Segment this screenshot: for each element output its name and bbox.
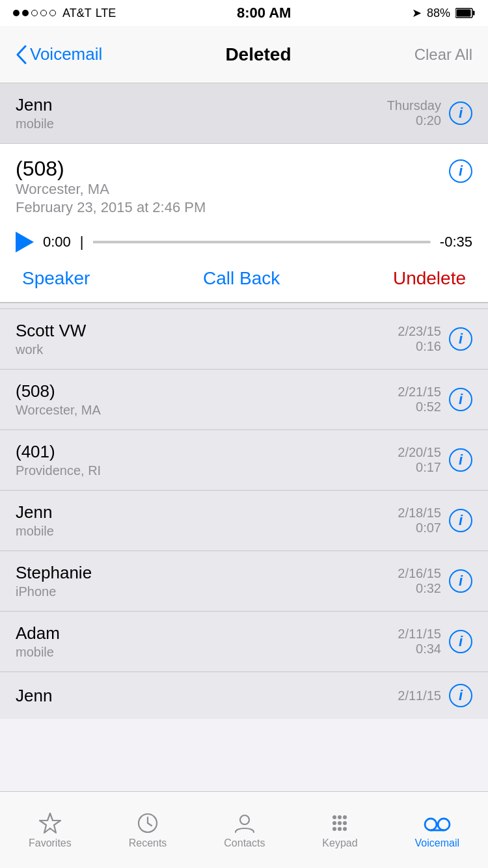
svg-rect-1 [473,11,475,16]
list-item-sub: mobile [16,524,398,539]
svg-point-13 [343,821,347,825]
signal-dot-4 [40,10,47,16]
back-button[interactable]: Voicemail [16,44,102,64]
svg-point-12 [338,821,342,825]
page-title: Deleted [225,44,291,65]
back-label: Voicemail [30,44,102,64]
voicemail-icon [423,811,452,835]
list-item-date-col: 2/23/15 0:16 [398,324,441,354]
list-item-date: 2/11/15 [398,627,441,642]
list-item-date-col: 2/16/15 0:32 [398,566,441,596]
play-button[interactable] [16,232,34,252]
list-item[interactable]: Jenn 2/11/15 i [0,672,488,719]
tab-voicemail[interactable]: Voicemail [415,811,459,849]
list-item-date: 2/20/15 [398,445,441,460]
list-item[interactable]: Scott VW work 2/23/15 0:16 i [0,309,488,370]
jenn-voicemail-item[interactable]: Jenn mobile Thursday 0:20 i [0,83,488,144]
list-item-info-button[interactable]: i [449,684,472,707]
list-item-right: 2/23/15 0:16 i [398,324,472,354]
audio-progress-bar[interactable] [93,241,431,243]
list-item-info-button[interactable]: i [449,388,472,411]
list-item-sub: mobile [16,645,398,660]
tab-contacts[interactable]: Contacts [224,811,265,849]
expanded-caller-name: (508) [16,157,206,181]
list-item-duration: 0:32 [398,581,441,596]
list-item-duration: 0:16 [398,339,441,354]
audio-progress-fill [93,241,94,243]
expanded-info-button[interactable]: i [449,159,472,183]
list-item-date-col: 2/11/15 [398,688,441,703]
list-item[interactable]: (508) Worcester, MA 2/21/15 0:52 i [0,370,488,430]
status-left: AT&T LTE [13,7,116,20]
svg-point-18 [438,819,450,830]
signal-dot-1 [13,10,20,16]
list-item-left: Scott VW work [16,321,398,357]
signal-dot-2 [22,10,29,16]
list-item-left: Jenn mobile [16,502,398,539]
tab-favorites[interactable]: Favorites [29,811,72,849]
battery-icon [455,8,475,18]
list-item-duration: 0:34 [398,642,441,657]
list-item-duration: 0:07 [398,521,441,536]
svg-point-10 [343,815,347,819]
chevron-left-icon [16,45,27,64]
list-item-left: (508) Worcester, MA [16,381,398,418]
expanded-timestamp: February 23, 2015 at 2:46 PM [16,199,206,216]
list-item-info-button[interactable]: i [449,630,472,653]
list-item-info-button[interactable]: i [449,569,472,593]
jenn-date-col: Thursday 0:20 [387,98,441,128]
list-item-date-col: 2/11/15 0:34 [398,627,441,657]
location-icon: ➤ [412,6,422,20]
section-divider [0,303,488,309]
list-item-right: 2/16/15 0:32 i [398,566,472,596]
network-label: LTE [96,7,116,20]
list-item-info-button[interactable]: i [449,509,472,532]
list-item-name: Adam [16,623,398,644]
jenn-name: Jenn [16,95,387,115]
list-item-info-button[interactable]: i [449,327,472,351]
list-item-left: Jenn [16,686,398,706]
status-bar: AT&T LTE 8:00 AM ➤ 88% [0,0,488,26]
list-item[interactable]: Jenn mobile 2/18/15 0:07 i [0,491,488,551]
signal-dots [13,10,56,16]
tab-keypad[interactable]: Keypad [322,811,357,849]
svg-point-8 [332,815,336,819]
tab-recents-label: Recents [129,837,167,849]
tab-bar: Favorites Recents Contacts Keypad [0,791,488,868]
list-item-sub: Worcester, MA [16,403,398,418]
carrier-label: AT&T [62,7,92,20]
status-time: 8:00 AM [237,5,291,21]
list-item-name: Jenn [16,686,398,706]
svg-point-7 [240,815,249,824]
svg-point-16 [343,827,347,831]
clear-all-button[interactable]: Clear All [414,46,472,64]
signal-dot-5 [49,10,56,16]
speaker-button[interactable]: Speaker [22,268,90,289]
voicemail-list: Scott VW work 2/23/15 0:16 i (508) Worce… [0,309,488,719]
list-item-date: 2/23/15 [398,324,441,339]
list-item-right: 2/21/15 0:52 i [398,385,472,414]
list-item-name: (401) [16,442,398,462]
undelete-button[interactable]: Undelete [393,268,466,289]
expanded-header: (508) Worcester, MA February 23, 2015 at… [16,157,472,229]
signal-dot-3 [31,10,38,16]
list-item[interactable]: (401) Providence, RI 2/20/15 0:17 i [0,430,488,491]
svg-rect-2 [457,10,471,17]
status-right: ➤ 88% [412,6,475,20]
svg-point-9 [338,815,342,819]
tab-recents[interactable]: Recents [129,811,167,849]
list-item-right: 2/20/15 0:17 i [398,445,472,475]
jenn-info-button[interactable]: i [449,102,472,125]
list-item-duration: 0:52 [398,400,441,414]
list-item-right: 2/11/15 0:34 i [398,627,472,657]
list-item-sub: work [16,342,398,357]
list-item[interactable]: Adam mobile 2/11/15 0:34 i [0,612,488,672]
call-back-button[interactable]: Call Back [203,268,280,289]
battery-label: 88% [427,7,450,20]
list-item-left: Adam mobile [16,623,398,660]
expanded-voicemail: (508) Worcester, MA February 23, 2015 at… [0,144,488,303]
list-item-sub: iPhone [16,584,398,599]
list-item-info-button[interactable]: i [449,448,472,472]
tab-favorites-label: Favorites [29,837,72,849]
list-item[interactable]: Stephanie iPhone 2/16/15 0:32 i [0,551,488,612]
